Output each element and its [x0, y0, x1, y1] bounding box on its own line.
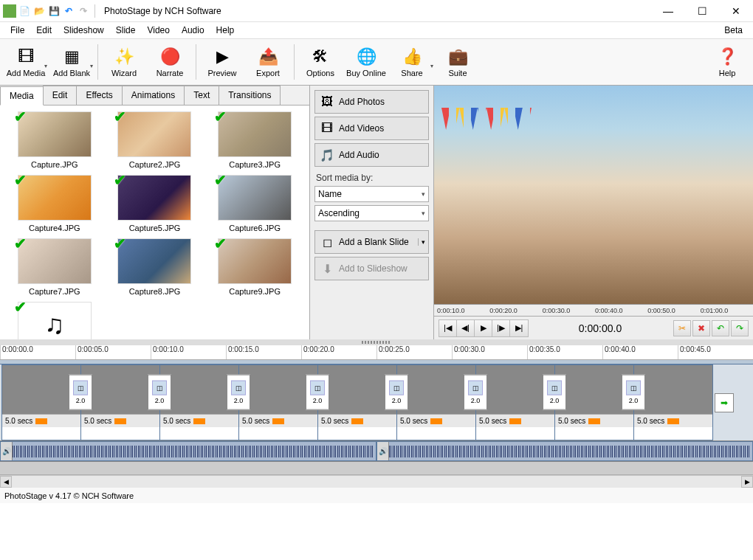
tab-effects[interactable]: Effects	[76, 86, 122, 105]
timeline-clip[interactable]: 5.0 secs◫2.0	[554, 364, 634, 440]
speaker-icon[interactable]: 🔊	[377, 442, 389, 460]
beta-label[interactable]: Beta	[724, 25, 749, 35]
speaker-icon[interactable]: 🔊	[1, 442, 13, 460]
menu-item-help[interactable]: Help	[210, 24, 241, 37]
dropdown-icon[interactable]: ▾	[418, 238, 428, 246]
preview-canvas[interactable]	[434, 86, 753, 304]
options-button[interactable]: 🛠Options	[298, 41, 343, 83]
minimize-button[interactable]: —	[651, 0, 685, 22]
transition-box[interactable]: ◫2.0	[622, 374, 645, 409]
goto-end-button[interactable]: ▶|	[510, 320, 528, 336]
preview-ruler[interactable]: 0:00:10.00:00:20.00:00:30.00:00:40.00:00…	[434, 304, 753, 316]
transition-box[interactable]: ◫2.0	[227, 374, 250, 409]
audio-clip[interactable]: 🔊	[376, 441, 753, 461]
media-item[interactable]: ✔Capture9.JPG	[206, 238, 303, 296]
goto-start-button[interactable]: |◀	[439, 320, 457, 336]
transition-box[interactable]: ◫2.0	[148, 374, 171, 409]
transition-box[interactable]: ◫2.0	[543, 374, 566, 409]
timeline-clip[interactable]: 5.0 secs◫2.0	[317, 364, 397, 440]
sort-dir-select[interactable]: Ascending▾	[314, 205, 429, 221]
timeline-clip[interactable]: 5.0 secs	[633, 364, 713, 440]
menu-item-slide[interactable]: Slide	[110, 24, 142, 37]
media-item[interactable]: ✔Capture7.JPG	[6, 238, 103, 296]
menu-item-edit[interactable]: Edit	[30, 24, 58, 37]
empty-track[interactable]	[0, 462, 753, 475]
audio-track[interactable]: 🔊 🔊	[0, 441, 753, 462]
new-icon[interactable]: 📄	[18, 4, 31, 18]
tab-text[interactable]: Text	[184, 86, 219, 105]
menu-item-audio[interactable]: Audio	[176, 24, 210, 37]
suite-button[interactable]: 💼Suite	[435, 41, 481, 83]
redo-icon[interactable]: ↷	[77, 4, 90, 18]
help-button[interactable]: ❓Help	[704, 41, 750, 83]
media-thumbnail[interactable]: ✔	[218, 175, 292, 221]
add-photos-button[interactable]: 🖼Add Photos	[314, 90, 429, 114]
media-thumbnail[interactable]: ✔	[18, 111, 92, 157]
next-frame-button[interactable]: |▶	[492, 320, 510, 336]
media-item[interactable]: ✔Capture6.JPG	[206, 175, 303, 232]
transition-box[interactable]: ◫2.0	[306, 374, 329, 409]
close-button[interactable]: ✕	[719, 0, 753, 22]
transition-box[interactable]: ◫2.0	[385, 374, 408, 409]
audio-clip[interactable]: 🔊	[0, 441, 376, 461]
add-blank-slide-button[interactable]: ◻Add a Blank Slide▾	[314, 230, 429, 254]
timeline-ruler[interactable]: 0:00:00.00:00:05.00:00:10.00:00:15.00:00…	[0, 345, 753, 360]
redo-button[interactable]: ↷	[731, 320, 749, 336]
narrate-button[interactable]: 🔴Narrate	[147, 41, 193, 83]
buy-online-button[interactable]: 🌐Buy Online	[343, 41, 389, 83]
media-thumbnail[interactable]: ✔	[117, 111, 191, 157]
menu-item-video[interactable]: Video	[141, 24, 175, 37]
media-thumbnail[interactable]: ✔	[117, 238, 191, 284]
media-item[interactable]: ✔Capture8.JPG	[106, 238, 204, 296]
media-item[interactable]: ✔Capture4.JPG	[6, 175, 103, 232]
timeline-clip[interactable]: 5.0 secs◫2.0	[80, 364, 160, 440]
add-blank-button[interactable]: ▦Add Blank▾	[49, 41, 94, 83]
timeline-clip[interactable]: 5.0 secs◫2.0	[475, 364, 555, 440]
transition-box[interactable]: ◫2.0	[464, 374, 487, 409]
undo-icon[interactable]: ↶	[62, 4, 75, 18]
media-item[interactable]: ✔Capture5.JPG	[106, 175, 204, 232]
tab-media[interactable]: Media	[0, 86, 44, 106]
cut-button[interactable]: ✂	[673, 320, 691, 336]
media-item[interactable]: ✔Capture.JPG	[6, 111, 103, 169]
delete-button[interactable]: ✖	[692, 320, 710, 336]
timeline-clips[interactable]: 5.0 secs◫2.05.0 secs◫2.05.0 secs◫2.05.0 …	[0, 364, 753, 441]
menu-item-slideshow[interactable]: Slideshow	[58, 24, 110, 37]
timeline-end[interactable]: ➡	[712, 364, 736, 440]
timeline-clip[interactable]: 5.0 secs◫2.0	[159, 364, 239, 440]
add-videos-button[interactable]: 🎞Add Videos	[314, 117, 429, 140]
tab-animations[interactable]: Animations	[122, 86, 185, 105]
add-to-slideshow-button[interactable]: ⬇Add to Slideshow	[314, 257, 429, 280]
timeline-clip[interactable]: 5.0 secs◫2.0	[1, 364, 81, 440]
timeline-clip[interactable]: 5.0 secs◫2.0	[396, 364, 476, 440]
add-audio-button[interactable]: 🎵Add Audio	[314, 143, 429, 167]
save-icon[interactable]: 💾	[47, 4, 61, 18]
sort-field-select[interactable]: Name▾	[314, 186, 429, 202]
audio-thumbnail[interactable]: ✔♫	[18, 302, 92, 339]
undo-button[interactable]: ↶	[712, 320, 729, 336]
tab-edit[interactable]: Edit	[43, 86, 78, 105]
media-item[interactable]: ✔Capture2.JPG	[106, 111, 204, 169]
transition-box[interactable]: ◫2.0	[69, 374, 92, 409]
share-button[interactable]: 👍Share▾	[389, 41, 435, 83]
media-thumbnail[interactable]: ✔	[117, 175, 191, 221]
play-button[interactable]: ▶	[475, 320, 492, 336]
panel-resize-handle[interactable]	[0, 339, 753, 345]
maximize-button[interactable]: ☐	[685, 0, 719, 22]
scroll-right-button[interactable]: ▶	[741, 476, 753, 488]
add-media-button[interactable]: 🎞Add Media▾	[3, 41, 49, 83]
media-item[interactable]: ✔Capture3.JPG	[206, 111, 303, 169]
export-button[interactable]: 📤Export	[245, 41, 291, 83]
media-thumbnail[interactable]: ✔	[18, 175, 92, 221]
wizard-button[interactable]: ✨Wizard	[101, 41, 147, 83]
media-item-audio[interactable]: ✔♫	[6, 302, 103, 339]
prev-frame-button[interactable]: ◀|	[457, 320, 475, 336]
timeline-clip[interactable]: 5.0 secs◫2.0	[238, 364, 318, 440]
open-icon[interactable]: 📂	[32, 4, 46, 18]
tab-transitions[interactable]: Transitions	[219, 86, 281, 105]
media-thumbnail[interactable]: ✔	[18, 238, 92, 284]
menu-item-file[interactable]: File	[4, 24, 30, 37]
preview-button[interactable]: ▶Preview	[199, 41, 245, 83]
scroll-left-button[interactable]: ◀	[0, 476, 12, 488]
media-thumbnail[interactable]: ✔	[218, 238, 292, 284]
